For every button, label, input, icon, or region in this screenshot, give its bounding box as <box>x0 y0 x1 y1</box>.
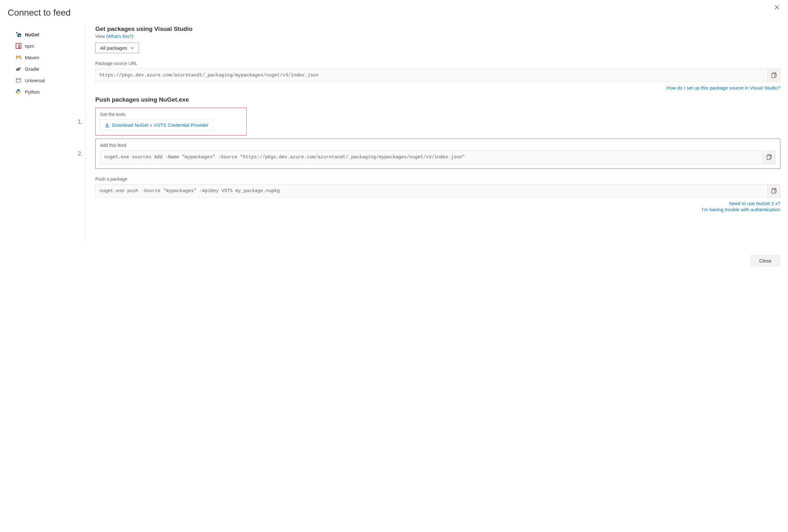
sidebar-item-universal[interactable]: Universal <box>14 75 85 86</box>
copy-icon <box>771 72 776 78</box>
svg-rect-5 <box>19 45 20 48</box>
get-tools-box: 1. Get the tools Download NuGet + VSTS C… <box>95 108 247 136</box>
push-packages-heading: Push packages using NuGet.exe <box>95 96 780 103</box>
svg-point-9 <box>17 79 18 79</box>
auth-trouble-link[interactable]: I'm having trouble with authentication <box>95 207 780 212</box>
sidebar-item-label: Maven <box>25 55 39 60</box>
sidebar-item-label: npm <box>25 43 34 49</box>
sidebar: NuGet npm Maven Gradle Universal <box>8 25 86 242</box>
add-feed-box: 2. Add this feed nuget.exe sources Add -… <box>95 139 780 168</box>
push-package-command[interactable]: nuget.exe push -Source "mypackages" -Api… <box>96 184 767 197</box>
svg-point-10 <box>17 89 18 90</box>
svg-point-6 <box>17 69 18 70</box>
gradle-icon <box>15 66 22 72</box>
npm-icon <box>15 43 22 49</box>
sidebar-item-python[interactable]: Python <box>14 86 85 98</box>
add-feed-command-box: nuget.exe sources Add -Name "mypackages"… <box>100 150 775 164</box>
sidebar-item-label: Python <box>25 89 40 95</box>
download-tools-button[interactable]: Download NuGet + VSTS Credential Provide… <box>100 120 213 130</box>
sidebar-item-label: Gradle <box>25 66 39 72</box>
dialog-title: Connect to feed <box>8 8 780 18</box>
close-button[interactable]: Close <box>750 255 780 267</box>
sidebar-item-npm[interactable]: npm <box>14 40 85 52</box>
svg-point-3 <box>19 35 20 36</box>
sidebar-item-label: NuGet <box>25 32 39 37</box>
setup-help-link[interactable]: How do I set up this package source in V… <box>95 85 780 90</box>
maven-icon <box>15 54 22 61</box>
nuget-icon <box>15 31 22 38</box>
svg-point-2 <box>18 34 19 35</box>
svg-point-0 <box>16 32 18 34</box>
push-package-label: Push a package <box>95 177 780 182</box>
nuget2-link[interactable]: Need to use NuGet 2.x? <box>95 201 780 206</box>
copy-icon <box>771 188 776 194</box>
view-dropdown-value: All packages <box>100 45 127 50</box>
annotation-2: 2. <box>78 150 82 157</box>
package-source-url-value[interactable]: https://pkgs.dev.azure.com/azuretandt/_p… <box>96 69 767 82</box>
svg-rect-12 <box>772 74 775 78</box>
view-label: View <box>95 34 105 39</box>
download-icon <box>105 123 109 128</box>
copy-button[interactable] <box>763 151 775 163</box>
annotation-1: 1. <box>78 118 82 125</box>
copy-icon <box>767 154 772 160</box>
svg-rect-7 <box>16 78 21 82</box>
content-panel: Get packages using Visual Studio View (W… <box>86 25 780 242</box>
copy-button[interactable] <box>767 69 780 82</box>
whats-this-link[interactable]: (What's this?) <box>106 34 133 39</box>
svg-rect-13 <box>767 156 770 160</box>
get-tools-label: Get the tools <box>100 112 242 117</box>
svg-point-11 <box>19 93 20 94</box>
close-icon[interactable] <box>772 4 782 11</box>
copy-button[interactable] <box>767 184 780 197</box>
package-source-url-box: https://pkgs.dev.azure.com/azuretandt/_p… <box>95 68 780 82</box>
sidebar-item-gradle[interactable]: Gradle <box>14 63 85 75</box>
push-package-command-box: nuget.exe push -Source "mypackages" -Api… <box>95 184 780 198</box>
download-button-label: Download NuGet + VSTS Credential Provide… <box>112 122 209 128</box>
add-feed-command[interactable]: nuget.exe sources Add -Name "mypackages"… <box>100 151 763 163</box>
universal-icon <box>15 77 22 83</box>
add-feed-label: Add this feed <box>100 143 775 148</box>
view-dropdown[interactable]: All packages <box>95 43 139 53</box>
svg-rect-14 <box>772 189 775 193</box>
get-packages-heading: Get packages using Visual Studio <box>95 25 780 33</box>
sidebar-item-nuget[interactable]: NuGet <box>14 29 85 40</box>
view-row: View (What's this?) <box>95 34 780 39</box>
chevron-down-icon <box>131 47 134 49</box>
dialog-footer: Close <box>8 255 780 267</box>
python-icon <box>15 88 22 95</box>
sidebar-item-label: Universal <box>25 78 45 83</box>
package-source-url-label: Package source URL <box>95 61 780 66</box>
sidebar-item-maven[interactable]: Maven <box>14 52 85 63</box>
